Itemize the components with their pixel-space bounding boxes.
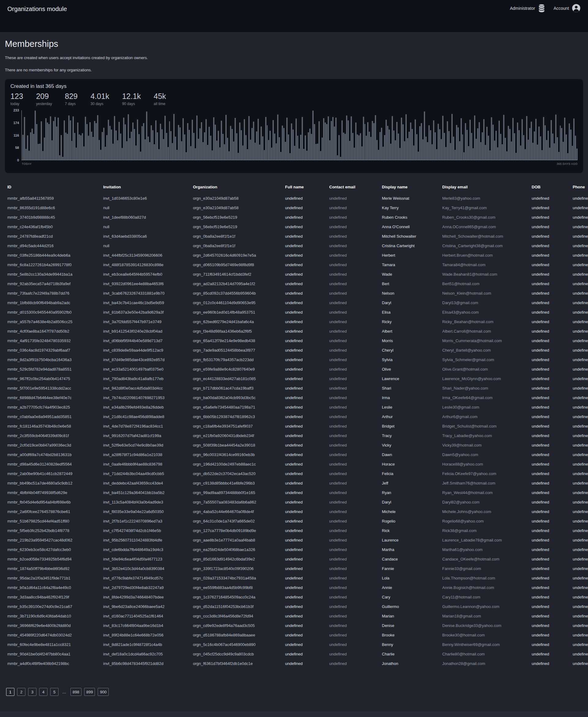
table-row: mmbr_b35c39100e274d0c9e21ca67invt_9be6d2… (5, 602, 588, 611)
bar (328, 117, 329, 160)
bar (413, 146, 414, 160)
bar (477, 128, 478, 160)
cell-display-name: Herbert (379, 251, 440, 260)
cell-dob: undefined (529, 630, 570, 640)
bar (230, 126, 231, 160)
table-row: mmbr_454989f220d6474db03024d2invt_89f24b… (5, 630, 588, 640)
bar (47, 123, 48, 160)
cell-id: mmbr_a4df0c4f8f9e408b942198bc (5, 659, 101, 668)
bar (129, 138, 130, 160)
cell-invitation: invt_87d49e985dae43ce892e857d (101, 355, 190, 364)
bar (44, 138, 45, 160)
cell-dob: undefined (529, 317, 570, 326)
cell-display-email: Candace_OKeefe@hotmail.com (440, 554, 529, 564)
bar (206, 119, 207, 160)
bar (399, 148, 401, 160)
cell-full-name: undefined (283, 659, 327, 668)
cell-phone: undefined (570, 355, 588, 364)
bar (502, 144, 503, 160)
bar (508, 126, 509, 160)
cell-display-email: Jeff.Smitham76@hotmail.com (440, 479, 529, 488)
cell-organization: orgn_7ade9ad05124458bbea3f877 (190, 345, 283, 355)
cell-dob: undefined (529, 488, 570, 498)
bar (551, 120, 552, 160)
cell-organization: orgn_ad2a82132b414d7095a4e1f2 (190, 279, 283, 289)
bar (360, 133, 361, 160)
bar (564, 118, 565, 160)
table-row: mmbr_d98a45d6e31240828edf5564invt_0aafe4… (5, 459, 588, 469)
bar (545, 125, 546, 160)
cell-contact-email: undefined (327, 203, 379, 213)
cell-display-name: Fannie (379, 564, 440, 573)
bar (139, 134, 140, 160)
bar (131, 132, 132, 160)
bar (83, 146, 85, 160)
bar (245, 135, 247, 160)
page-button-4[interactable]: 4 (39, 688, 47, 696)
bar (160, 124, 161, 160)
page-button-900[interactable]: 900 (98, 688, 109, 696)
bar (355, 123, 356, 160)
bar (528, 140, 529, 160)
cell-full-name: undefined (283, 479, 327, 488)
cell-display-email: Kay_Terry41@gmail.com (440, 203, 529, 213)
cell-organization: orgn_7a55507aa083483da6b6a862 (190, 498, 283, 507)
x-label-365-days-ago: 365 DAYS AGO (557, 162, 578, 165)
cell-invitation: invt_89f24b88e1c64e668b72e056 (101, 630, 190, 640)
bar (557, 137, 558, 160)
page-button-1[interactable]: 1 (6, 688, 14, 696)
page-button-898[interactable]: 898 (70, 688, 82, 696)
page-button-899[interactable]: 899 (84, 688, 95, 696)
cell-display-email: Marian18@gmail.com (440, 611, 529, 621)
cell-display-email: Merle83@yahoo.com (440, 194, 529, 203)
table-row: mmbr_d015300c9455440a95902fb0invt_81b637… (5, 308, 588, 317)
cell-dob: undefined (529, 412, 570, 421)
account-menu[interactable]: Account (553, 4, 581, 13)
x-label-today: TODAY (22, 162, 31, 165)
pagination-ellipsis: … (61, 690, 68, 694)
cell-dob: undefined (529, 279, 570, 289)
page-button-5[interactable]: 5 (50, 688, 59, 696)
bar (393, 130, 395, 160)
cell-display-email: Irma_OKeefe64@gmail.com (440, 393, 529, 402)
cell-display-email: Dawn5@yahoo.com (440, 450, 529, 459)
cell-id: mmbr_6c8a1227261b4a26991778f0 (5, 260, 101, 270)
cell-phone: undefined (570, 469, 588, 479)
bar (346, 115, 347, 160)
bar (219, 147, 220, 160)
cell-contact-email: undefined (327, 232, 379, 241)
table-row: mmbr_5f5eb3fc252b42bdb14f8778invt_c7f542… (5, 526, 588, 535)
cell-dob: undefined (529, 659, 570, 668)
cell-full-name: undefined (283, 364, 327, 374)
bar (496, 131, 497, 160)
cell-contact-email: undefined (327, 289, 379, 298)
cell-invitation: invt_0aafe46bbb9f4ae88c836798 (101, 459, 190, 469)
bar (45, 118, 46, 160)
bar (469, 120, 471, 160)
bar (543, 117, 544, 160)
cell-invitation: invt_def18a0c1dcd4a66ac92c705 (101, 649, 190, 659)
cell-display-name: Jonathon (379, 659, 440, 668)
bar (89, 122, 91, 160)
bar (108, 120, 109, 160)
administrator-menu[interactable]: Administrator (510, 4, 545, 13)
cell-contact-email: undefined (327, 507, 379, 516)
bar (82, 133, 83, 160)
bar (404, 141, 405, 160)
bar (462, 134, 463, 160)
bar-chart-plot (21, 110, 578, 160)
cell-contact-email: undefined (327, 317, 379, 326)
cell-display-name: Mitchell Schowalter (379, 232, 440, 241)
cell-dob: undefined (529, 450, 570, 459)
cell-contact-email: undefined (327, 545, 379, 554)
bar (166, 133, 167, 160)
bar (455, 150, 456, 160)
page-button-3[interactable]: 3 (28, 688, 37, 696)
cell-dob: undefined (529, 336, 570, 345)
bar (161, 129, 163, 160)
bar (218, 131, 219, 160)
cell-invitation: invt_2d79729ed30f4e8ab32247a9 (101, 583, 190, 592)
bar (361, 146, 363, 160)
page-button-2[interactable]: 2 (17, 688, 25, 696)
bar (534, 131, 535, 160)
